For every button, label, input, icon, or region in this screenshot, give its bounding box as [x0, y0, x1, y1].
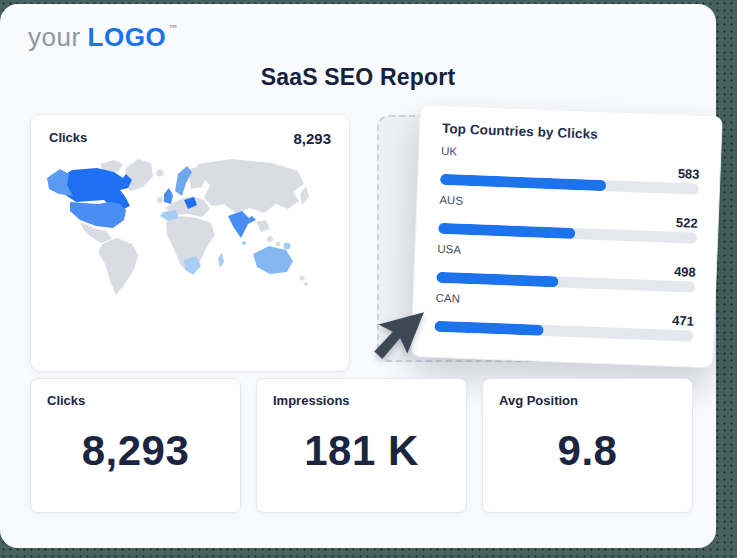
stat-card: Avg Position 9.8: [482, 378, 693, 513]
stat-label: Avg Position: [499, 393, 676, 408]
logo-prefix: your: [28, 22, 81, 53]
map-country-india: [228, 211, 256, 238]
map-country-australia: [253, 246, 293, 274]
stat-card: Clicks 8,293: [30, 378, 241, 513]
stat-label: Impressions: [273, 393, 450, 408]
world-map: [40, 153, 340, 345]
map-island-pacific: [284, 243, 291, 250]
map-card-value: 8,293: [293, 130, 331, 147]
stat-value: 181 K: [273, 408, 450, 498]
canvas-background: your LOGO ™ SaaS SEO Report Clicks 8,293: [0, 0, 737, 558]
country-bar-row: UK 583: [440, 145, 700, 195]
stats-row: Clicks 8,293 Impressions 181 K Avg Posit…: [30, 378, 693, 513]
country-bar-row: CAN 471: [434, 292, 694, 342]
bar-fill: [436, 272, 558, 288]
logo-brand: LOGO: [88, 22, 167, 53]
map-country-uk: [164, 188, 173, 204]
stat-value: 9.8: [499, 408, 676, 498]
map-card-label: Clicks: [49, 130, 87, 147]
page-title: SaaS SEO Report: [0, 64, 716, 91]
top-countries-card: Top Countries by Clicks UK 583 AUS 522: [410, 104, 722, 368]
map-country-usa: [70, 202, 126, 228]
bar-fill: [434, 321, 543, 336]
stat-card: Impressions 181 K: [256, 378, 467, 513]
stat-label: Clicks: [47, 393, 224, 408]
map-country-norway: [175, 166, 192, 196]
country-bar-row: AUS 522: [438, 194, 698, 244]
logo-trademark: ™: [168, 23, 177, 33]
stat-value: 8,293: [47, 408, 224, 498]
logo: your LOGO ™: [28, 22, 177, 53]
map-country-madagascar: [218, 253, 224, 268]
map-country-srilanka: [242, 241, 246, 245]
top-countries-title: Top Countries by Clicks: [442, 121, 701, 146]
cursor-arrow-icon: [366, 307, 428, 371]
country-bar-row: USA 498: [436, 243, 696, 293]
top-countries-list: UK 583 AUS 522 USA 498: [434, 145, 700, 342]
clicks-map-card: Clicks 8,293: [30, 114, 350, 372]
